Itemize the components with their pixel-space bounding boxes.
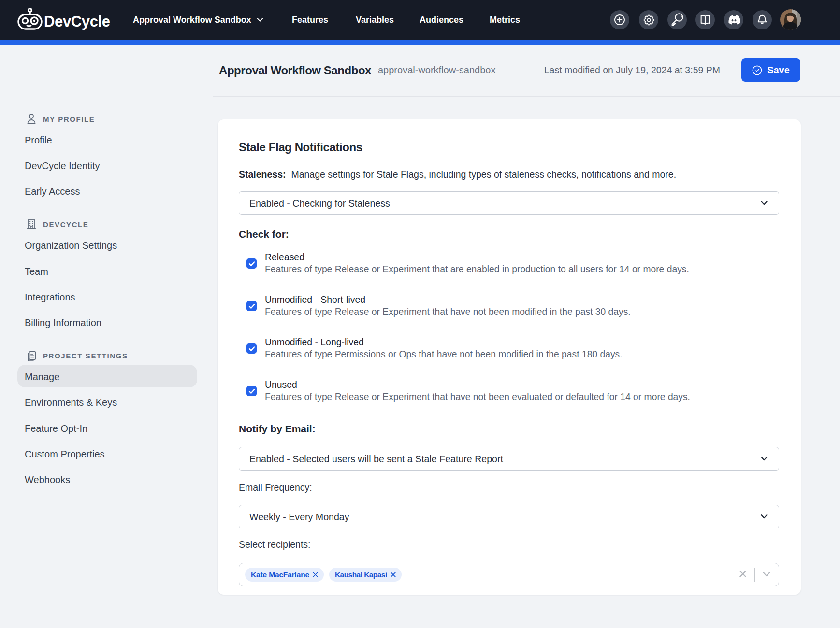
svg-text:DevCycle: DevCycle — [44, 13, 110, 30]
